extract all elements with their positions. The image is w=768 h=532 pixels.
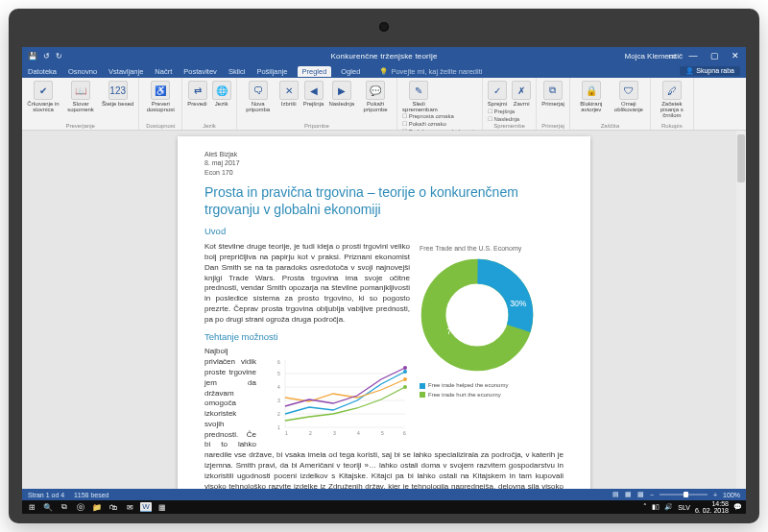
tab-home[interactable]: Osnovno — [66, 67, 99, 76]
ribbon-btn-poka-i-pripombe[interactable]: 💬Pokaži pripombe — [359, 81, 392, 112]
svg-text:5: 5 — [381, 430, 384, 436]
mail-icon[interactable]: ✉ — [124, 503, 135, 512]
naslednja-icon: ▶ — [332, 81, 351, 100]
svg-text:3: 3 — [277, 398, 280, 403]
primerjaj-icon: ⧉ — [543, 81, 563, 100]
scroll-thumb[interactable] — [737, 134, 745, 182]
zoom-level[interactable]: 100% — [723, 492, 740, 498]
word-count[interactable]: 1158 besed — [74, 492, 109, 498]
app-icon[interactable]: ▦ — [156, 503, 168, 512]
ribbon-group-sledenje: ✎Sledi spremembamPreprosta oznakaPokaži … — [397, 78, 483, 130]
battery-icon[interactable]: ▮▯ — [652, 503, 660, 511]
tab-mailings[interactable]: Pošiljanje — [254, 67, 289, 76]
izbri-i-icon: ✕ — [279, 81, 299, 100]
svg-point-25 — [403, 385, 407, 389]
start-icon[interactable]: ⊞ — [26, 503, 37, 512]
ribbon-panel: ✔Črkovanje in slovnica📖Slovar sopomenk12… — [22, 78, 746, 131]
ribbon-btn-label: Naslednja — [328, 101, 354, 107]
slovar-sopomenk-icon: 📖 — [71, 81, 90, 100]
svg-text:4: 4 — [277, 384, 280, 390]
tab-design[interactable]: Načrt — [153, 67, 174, 76]
ribbon-btn-sledi-spremembam[interactable]: ✎Sledi spremembam — [402, 81, 435, 112]
explorer-icon[interactable]: 📁 — [91, 503, 103, 512]
view-web-icon[interactable]: ▩ — [637, 491, 644, 498]
ribbon-btn-preveri-dostopnost[interactable]: ♿Preveri dostopnost — [144, 81, 177, 112]
ribbon-btn-naslednja[interactable]: ▶Naslednja — [328, 81, 354, 112]
ribbon-mini-poka-i-oznako[interactable]: Pokaži oznako — [402, 120, 477, 127]
ribbon-mini-preprosta-oznaka[interactable]: Preprosta oznaka — [402, 112, 477, 119]
document-page[interactable]: Aleš Bizjak 8. maj 2017 Econ 170 Prosta … — [178, 136, 590, 500]
ribbon-group-label: Jezik — [187, 123, 230, 129]
view-print-icon[interactable]: ▦ — [625, 491, 632, 498]
document-title: Konkurenčne trženjske teorije — [330, 52, 437, 60]
page-indicator[interactable]: Stran 1 od 4 — [28, 492, 64, 498]
-tetje-besed-icon: 123 — [108, 81, 128, 100]
tab-review[interactable]: Pregled — [298, 66, 332, 77]
zoom-slider[interactable] — [660, 494, 708, 496]
ribbon-group-label: Zaščita — [575, 123, 645, 129]
sledi-spremembam-icon: ✎ — [409, 81, 428, 100]
ribbon-group-label: Rokopis — [656, 123, 688, 129]
ribbon-btn-label: Prevedi — [187, 101, 206, 107]
view-read-icon[interactable]: ▤ — [612, 491, 619, 498]
redo-icon[interactable]: ↻ — [56, 52, 62, 60]
edge-icon[interactable]: ⓔ — [75, 502, 86, 513]
tab-file[interactable]: Datoteka — [26, 67, 59, 76]
ribbon-btn-izbri-i[interactable]: ✕Izbriši — [279, 81, 299, 112]
ribbon-btn-primerjaj[interactable]: ⧉Primerjaj — [541, 81, 564, 107]
tab-view[interactable]: Ogled — [339, 67, 362, 76]
chart-legend: Free trade helped the economy Free trade… — [420, 381, 564, 399]
ribbon-btn-label: Primerjaj — [541, 101, 564, 107]
ribbon-btn-omeji-oblikovanje[interactable]: 🛡Omeji oblikovanje — [612, 81, 645, 112]
save-icon[interactable]: 💾 — [28, 52, 37, 60]
undo-icon[interactable]: ↺ — [43, 52, 50, 60]
ribbon-btn-zavrni[interactable]: ✗Zavrni — [512, 81, 531, 107]
ribbon-btn--tetje-besed[interactable]: 123Štetje besed — [102, 81, 133, 112]
ribbon-btn--rkovanje-in-slovnica[interactable]: ✔Črkovanje in slovnica — [27, 81, 60, 112]
volume-icon[interactable]: 🔊 — [664, 503, 673, 511]
jezik-icon: 🌐 — [212, 81, 231, 100]
tab-insert[interactable]: Vstavljanje — [107, 67, 145, 76]
store-icon[interactable]: 🛍 — [108, 503, 119, 512]
ribbon-mini-prej-nja[interactable]: Prejšnja — [488, 108, 531, 114]
ribbon-mini-naslednja[interactable]: Naslednja — [488, 115, 531, 122]
maximize-icon[interactable]: ▢ — [704, 51, 725, 60]
clock[interactable]: 14:58 6. 02. 2018 — [695, 500, 729, 514]
ribbon-btn-blokiranj-avtorjev[interactable]: 🔒Blokiranj avtorjev — [575, 81, 608, 112]
ribbon-btn-jezik[interactable]: 🌐Jezik — [212, 81, 231, 107]
ribbon-btn-prevedi[interactable]: ⇄Prevedi — [187, 81, 206, 107]
ribbon-btn-label: Izbriši — [281, 101, 297, 107]
word-taskbar-icon[interactable]: W — [140, 502, 152, 512]
ribbon-btn-za-etek-pisanja-s-rnilom[interactable]: 🖊Začetek pisanja s črnilom — [656, 81, 688, 118]
share-button[interactable]: 👤 Skupna raba — [680, 66, 740, 76]
tray-up-icon[interactable]: ˄ — [643, 503, 647, 511]
ribbon-group-rokopis: 🖊Začetek pisanja s črnilomRokopis — [651, 78, 694, 130]
svg-text:30%: 30% — [510, 299, 527, 308]
tab-references[interactable]: Sklici — [227, 67, 248, 76]
ribbon-btn-sprejmi[interactable]: ✓Sprejmi — [488, 81, 507, 107]
ribbon-group-label: Dostopnost — [144, 123, 177, 129]
ribbon-btn-prej-nja[interactable]: ◀Prejšnja — [303, 81, 324, 112]
language-indicator[interactable]: SLV — [678, 504, 690, 511]
doc-subheading-intro: Uvod — [204, 226, 564, 238]
donut-chart: Free Trade and the U.S. Economy 30% 70% … — [420, 244, 564, 399]
ribbon-btn-label: Nova pripomba — [242, 101, 275, 112]
ribbon-btn-slovar-sopomenk[interactable]: 📖Slovar sopomenk — [64, 81, 97, 112]
vertical-scrollbar[interactable] — [736, 131, 746, 500]
ribbon-btn-nova-pripomba[interactable]: 🗨Nova pripomba — [242, 81, 275, 112]
ribbon-options-icon[interactable]: ▭ — [661, 51, 683, 60]
tell-me[interactable]: 💡 Povejte mi, kaj želite narediti — [379, 67, 482, 76]
zoom-out-icon[interactable]: − — [650, 492, 654, 498]
zoom-in-icon[interactable]: + — [713, 492, 717, 498]
tab-layout[interactable]: Postavitev — [181, 67, 219, 76]
search-icon[interactable]: 🔍 — [42, 503, 54, 512]
doc-course: Econ 170 — [204, 168, 564, 177]
taskview-icon[interactable]: ⧉ — [59, 502, 70, 512]
notifications-icon[interactable]: 💬 — [733, 503, 742, 511]
close-icon[interactable]: ✕ — [725, 51, 746, 60]
donut-svg: 30% 70% — [420, 257, 535, 373]
ribbon-btn-label: Začetek pisanja s črnilom — [656, 101, 688, 118]
minimize-icon[interactable]: — — [683, 51, 704, 60]
sprejmi-icon: ✓ — [488, 81, 507, 100]
prej-nja-icon: ◀ — [304, 81, 324, 100]
